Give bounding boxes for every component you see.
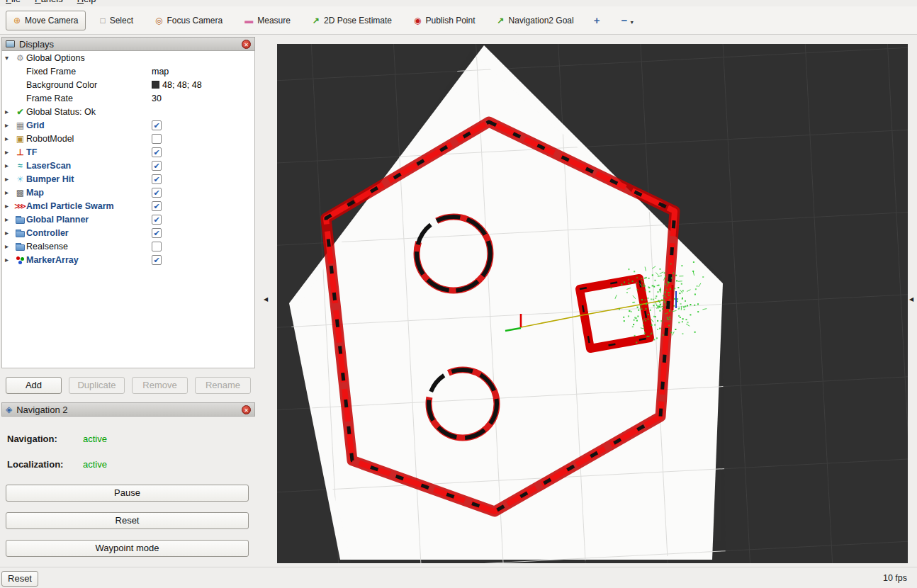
display-row-grid[interactable]: ▸▦Grid✔ [2, 118, 254, 132]
property-value[interactable]: map [152, 67, 169, 77]
tool-select[interactable]: □Select [92, 11, 141, 30]
property-value[interactable]: 30 [152, 94, 162, 103]
menu-help[interactable]: Help [77, 0, 96, 4]
toolbar: ⊕Move Camera□Select◎Focus Camera▬Measure… [0, 6, 917, 35]
chevron-down-icon: ▼ [629, 20, 634, 26]
status-value: active [83, 434, 107, 444]
display-row-background-color[interactable]: Background Color48; 48; 48 [2, 78, 254, 91]
display-enabled-checkbox[interactable]: ✔ [152, 215, 162, 225]
tool-publish-point[interactable]: ◉Publish Point [406, 11, 483, 30]
expander-closed-icon[interactable]: ▸ [5, 229, 14, 237]
navigation-panel-body: Navigation:activeLocalization:active Pau… [1, 418, 255, 564]
display-row-frame-rate[interactable]: Frame Rate30 [2, 91, 254, 105]
status-bar: Reset 10 fps [0, 567, 917, 588]
status-label: Navigation: [7, 434, 83, 444]
display-enabled-checkbox[interactable]: ✔ [152, 255, 162, 265]
display-row-fixed-frame[interactable]: Fixed Framemap [2, 64, 254, 78]
display-enabled-checkbox[interactable]: ✔ [152, 201, 162, 211]
display-label: Global Options [26, 53, 85, 63]
robot-icon: ▣ [14, 135, 26, 143]
tf-icon: ⊥ [14, 148, 26, 157]
expander-closed-icon[interactable]: ▸ [5, 188, 14, 196]
add-tool-button[interactable]: + [588, 11, 606, 29]
close-icon[interactable]: ✕ [242, 40, 251, 49]
panel-collapse-arrow-right[interactable]: ◀ [909, 296, 913, 303]
display-row-bumper-hit[interactable]: ▸☀Bumper Hit✔ [2, 172, 254, 186]
focus-camera-icon: ◎ [155, 16, 162, 25]
expander-closed-icon[interactable]: ▸ [5, 242, 14, 250]
display-enabled-checkbox[interactable]: ✔ [152, 161, 162, 171]
expander-closed-icon[interactable]: ▸ [5, 108, 14, 115]
display-label: TF [26, 147, 37, 157]
navigation-panel-header[interactable]: ◈ Navigation 2 ✕ [1, 402, 255, 417]
expander-closed-icon[interactable]: ▸ [5, 135, 14, 142]
display-label: Realsense [26, 242, 68, 251]
display-row-amcl-particle-swarm[interactable]: ▸⋙Amcl Particle Swarm✔ [2, 199, 254, 213]
laserscan-icon: ≈ [14, 162, 26, 170]
add-button[interactable]: Add [6, 377, 62, 394]
status-ok-icon: ✔ [14, 108, 26, 116]
menu-bar: FilePanelsHelp [0, 0, 917, 6]
status-localization: Localization:active [7, 459, 255, 470]
display-row-global-status-ok[interactable]: ▸✔Global Status: Ok [2, 105, 254, 118]
expander-closed-icon[interactable]: ▸ [5, 215, 14, 223]
display-row-markerarray[interactable]: ▸MarkerArray✔ [2, 253, 254, 266]
reset-button[interactable]: Reset [6, 512, 249, 529]
display-row-tf[interactable]: ▸⊥TF✔ [2, 145, 254, 159]
pause-button[interactable]: Pause [6, 485, 249, 502]
toolbar-tools: ⊕Move Camera□Select◎Focus Camera▬Measure… [6, 11, 588, 30]
display-row-realsense[interactable]: ▸Realsense [2, 239, 254, 253]
display-label: RobotModel [26, 134, 74, 144]
tool-focus-camera[interactable]: ◎Focus Camera [147, 11, 230, 30]
display-enabled-checkbox[interactable]: ✔ [152, 120, 162, 130]
folder-icon [16, 217, 25, 224]
display-enabled-checkbox[interactable] [152, 134, 162, 144]
tool-label: Measure [257, 16, 291, 26]
expander-open-icon[interactable]: ▾ [5, 54, 14, 62]
display-label: Fixed Frame [26, 67, 76, 77]
displays-tree: ▾⚙Global OptionsFixed FramemapBackground… [1, 51, 255, 368]
property-value[interactable]: 48; 48; 48 [162, 80, 202, 90]
expander-closed-icon[interactable]: ▸ [5, 175, 14, 183]
display-label: Map [26, 188, 44, 198]
displays-panel-header[interactable]: Displays ✕ [1, 37, 255, 51]
expander-closed-icon[interactable]: ▸ [5, 148, 14, 156]
expander-closed-icon[interactable]: ▸ [5, 202, 14, 210]
move-camera-icon: ⊕ [13, 16, 21, 25]
expander-closed-icon[interactable]: ▸ [5, 256, 14, 264]
map-icon: ▩ [14, 188, 26, 197]
folder-icon [16, 231, 25, 237]
display-enabled-checkbox[interactable]: ✔ [152, 228, 162, 238]
tool-measure[interactable]: ▬Measure [237, 11, 298, 30]
grid-icon: ▦ [14, 121, 26, 130]
expander-closed-icon[interactable]: ▸ [5, 162, 14, 169]
display-row-controller[interactable]: ▸Controller✔ [2, 226, 254, 239]
display-row-map[interactable]: ▸▩Map✔ [2, 186, 254, 199]
display-enabled-checkbox[interactable]: ✔ [152, 188, 162, 198]
remove-tool-button[interactable]: −▼ [615, 11, 640, 29]
tool-label: Move Camera [25, 16, 78, 26]
render-viewport[interactable] [277, 44, 908, 563]
expander-closed-icon[interactable]: ▸ [5, 121, 14, 129]
tool-navigation2-goal[interactable]: ↗Navigation2 Goal [490, 11, 582, 30]
tool-label: 2D Pose Estimate [324, 16, 392, 26]
remove-button: Remove [132, 377, 188, 394]
reset-view-button[interactable]: Reset [1, 571, 38, 587]
displays-icon [6, 40, 15, 47]
tool-move-camera[interactable]: ⊕Move Camera [6, 11, 86, 30]
tool-2d-pose-estimate[interactable]: ↗2D Pose Estimate [305, 11, 400, 30]
menu-panels[interactable]: Panels [35, 0, 63, 4]
display-row-robotmodel[interactable]: ▸▣RobotModel [2, 132, 254, 145]
tool-label: Focus Camera [167, 16, 223, 26]
panel-collapse-arrow-left[interactable]: ◀ [264, 296, 268, 303]
waypoint-mode-button[interactable]: Waypoint mode [6, 540, 249, 557]
display-enabled-checkbox[interactable] [152, 242, 162, 251]
menu-file[interactable]: File [6, 0, 21, 4]
display-enabled-checkbox[interactable]: ✔ [152, 174, 162, 184]
close-icon[interactable]: ✕ [242, 405, 251, 414]
display-row-global-options[interactable]: ▾⚙Global Options [2, 51, 254, 64]
display-row-global-planner[interactable]: ▸Global Planner✔ [2, 213, 254, 226]
display-enabled-checkbox[interactable]: ✔ [152, 147, 162, 157]
plus-icon: + [594, 14, 600, 26]
display-row-laserscan[interactable]: ▸≈LaserScan✔ [2, 159, 254, 172]
